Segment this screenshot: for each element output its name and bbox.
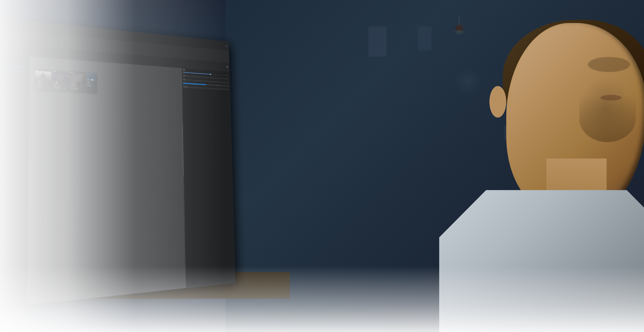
opacity-value: 65 % — [226, 75, 228, 76]
person-jaw — [579, 95, 636, 142]
tool-comment[interactable]: 💬 — [227, 66, 228, 67]
person-eye — [588, 57, 630, 72]
tool-share[interactable]: ↗ — [228, 67, 228, 67]
fade-bottom — [0, 266, 644, 332]
person-mouth — [600, 95, 622, 101]
person-ear — [490, 86, 506, 118]
main-scene: atico_Desktop_v1 File Edit View Insert — [0, 0, 644, 332]
